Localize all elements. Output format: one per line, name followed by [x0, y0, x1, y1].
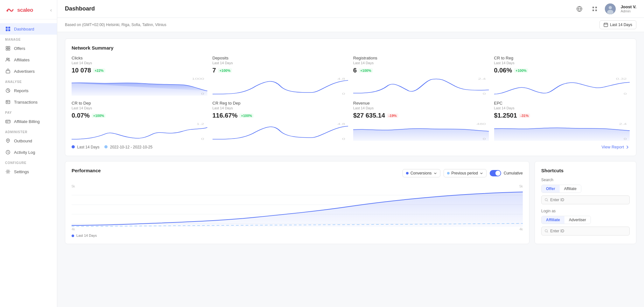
perf-dot-current — [72, 235, 74, 237]
svg-rect-20 — [592, 7, 594, 8]
sidebar-item-advertisers-label: Advertisers — [14, 69, 35, 74]
metric-revenue-name: Revenue — [353, 101, 489, 106]
tab-offer[interactable]: Offer — [542, 185, 560, 193]
metric-clicks-value-row: 10 078 +22% — [72, 67, 207, 74]
cumulative-toggle[interactable]: Cumulative — [490, 170, 523, 176]
sidebar-item-affiliates[interactable]: Affiliates — [0, 54, 57, 65]
svg-rect-22 — [592, 10, 594, 11]
avatar[interactable] — [605, 3, 616, 14]
performance-header: Performance Conversions Previous period — [72, 168, 523, 178]
user-info: Joost V. Admin — [621, 4, 636, 13]
main-content: Dashboard Joost V. Admin Based on (GMT+0… — [57, 0, 644, 307]
perf-date-range-label: Last 14 Days — [76, 234, 97, 237]
chart-legend: Last 14 Days 2022-10-12 - 2022-10-25 Vie… — [72, 145, 630, 149]
metric-cr-to-reg-chart: 0.32 0 — [494, 77, 630, 96]
svg-text:1.2: 1.2 — [197, 122, 205, 126]
metric-cr-to-reg-name: CR to Reg — [494, 56, 630, 60]
sidebar-item-outbound[interactable]: Outbound — [0, 135, 57, 147]
login-as-id-input[interactable] — [550, 229, 626, 233]
svg-rect-23 — [595, 10, 597, 11]
svg-text:2.4: 2.4 — [478, 77, 486, 80]
toggle-switch[interactable] — [490, 170, 501, 176]
metric-cr-to-dep-chart: 1.2 0 — [72, 122, 207, 141]
sidebar-item-settings[interactable]: Settings — [0, 166, 57, 177]
svg-point-1 — [6, 10, 8, 11]
metric-cr-to-reg-badge: +100% — [514, 68, 528, 73]
sidebar-item-offers[interactable]: Offers — [0, 43, 57, 54]
svg-rect-21 — [595, 7, 597, 8]
svg-text:0: 0 — [483, 92, 486, 95]
view-report-link[interactable]: View Report — [601, 145, 630, 149]
sidebar-collapse-icon[interactable]: ‹ — [50, 7, 52, 13]
metric-revenue-chart: 480 0 — [353, 122, 489, 141]
toggle-thumb — [495, 171, 500, 176]
sidebar-item-transactions[interactable]: Transactions — [0, 96, 57, 108]
conversions-dropdown[interactable]: Conversions — [402, 169, 440, 177]
sidebar-item-affiliate-billing[interactable]: Affiliate Billing — [0, 116, 57, 127]
metric-clicks: Clicks Last 14 Days 10 078 +22% 1000 0 — [72, 56, 207, 96]
search-icon — [545, 198, 548, 202]
info-bar: Based on (GMT+02:00) Helsinki, Riga, Sof… — [57, 18, 644, 32]
y-label-left-5k: 5k — [72, 185, 75, 188]
metric-cr-to-dep-value: 0.07% — [72, 112, 90, 119]
metric-clicks-period: Last 14 Days — [72, 61, 207, 65]
legend-current-label: Last 14 Days — [77, 145, 99, 149]
chevron-down-icon — [434, 172, 437, 175]
metric-cr-reg-to-dep-name: CR Reg to Dep — [213, 101, 348, 106]
tab-login-advertiser[interactable]: Advertiser — [564, 216, 591, 224]
globe-icon[interactable] — [574, 4, 584, 14]
sidebar-item-offers-label: Offers — [14, 46, 25, 51]
section-label-administer: ADMINISTER — [0, 127, 57, 135]
network-summary-card: Network Summary Clicks Last 14 Days 10 0… — [65, 38, 636, 156]
conversions-label: Conversions — [410, 171, 432, 175]
metric-epc-value-row: $1.2501 -31% — [494, 112, 630, 119]
sidebar-item-affiliate-billing-label: Affiliate Billing — [14, 119, 40, 124]
y-label-left-4k: 4k — [72, 228, 75, 231]
login-as-label: Login as — [541, 209, 630, 213]
conversions-dot — [406, 172, 409, 174]
topbar: Dashboard Joost V. Admin — [57, 0, 644, 18]
previous-period-dropdown[interactable]: Previous period — [444, 169, 486, 177]
date-range-button[interactable]: Last 14 Days — [599, 20, 636, 29]
perf-y-labels: 5k 5k — [72, 185, 523, 188]
search-id-input[interactable] — [550, 198, 626, 202]
dashboard-icon — [5, 26, 11, 32]
topbar-right: Joost V. Admin — [574, 3, 636, 14]
dashboard-content: Network Summary Clicks Last 14 Days 10 0… — [57, 32, 644, 250]
metric-registrations-badge: +100% — [359, 68, 373, 73]
login-as-tabs: Affiliate Advertiser — [541, 216, 591, 224]
svg-rect-5 — [8, 29, 10, 31]
tab-affiliate[interactable]: Affiliate — [560, 185, 581, 193]
user-role: Admin — [621, 9, 636, 13]
login-search-icon — [545, 229, 548, 233]
tab-login-affiliate[interactable]: Affiliate — [542, 216, 564, 224]
metric-epc-badge: -31% — [519, 113, 530, 118]
sidebar-item-settings-label: Settings — [14, 169, 29, 174]
sidebar-item-advertisers[interactable]: Advertisers — [0, 65, 57, 77]
metric-epc-period: Last 14 Days — [494, 106, 630, 110]
metric-registrations: Registrations Last 14 Days 6 +100% 2.4 0 — [353, 56, 489, 96]
search-section-label: Search — [541, 178, 630, 182]
date-range-label: Last 14 Days — [610, 23, 632, 27]
bottom-row: Performance Conversions Previous period — [65, 161, 636, 244]
sidebar-item-activity-log[interactable]: Activity Log — [0, 147, 57, 158]
legend-previous-label: 2022-10-12 - 2022-10-25 — [110, 145, 152, 149]
svg-text:0: 0 — [624, 92, 627, 95]
perf-y-labels-bottom: 4k 4k — [72, 228, 523, 231]
affiliates-icon — [5, 57, 11, 63]
sidebar-item-dashboard[interactable]: Dashboard — [0, 23, 57, 35]
apps-icon[interactable] — [590, 4, 600, 14]
y-label-right-4k: 4k — [519, 228, 523, 231]
sidebar-item-activity-log-label: Activity Log — [14, 150, 35, 155]
legend-dot-previous — [104, 145, 108, 148]
view-report-label: View Report — [601, 145, 624, 149]
svg-text:0: 0 — [342, 137, 345, 140]
shortcuts-title: Shortcuts — [541, 168, 630, 173]
cumulative-label: Cumulative — [504, 171, 523, 175]
metric-clicks-name: Clicks — [72, 56, 207, 60]
sidebar-item-reports[interactable]: Reports — [0, 85, 57, 96]
metric-epc: EPC Last 14 Days $1.2501 -31% 2.4 0 — [494, 101, 630, 141]
svg-text:1000: 1000 — [192, 77, 204, 80]
performance-title: Performance — [72, 168, 101, 173]
network-summary-title: Network Summary — [72, 45, 630, 51]
